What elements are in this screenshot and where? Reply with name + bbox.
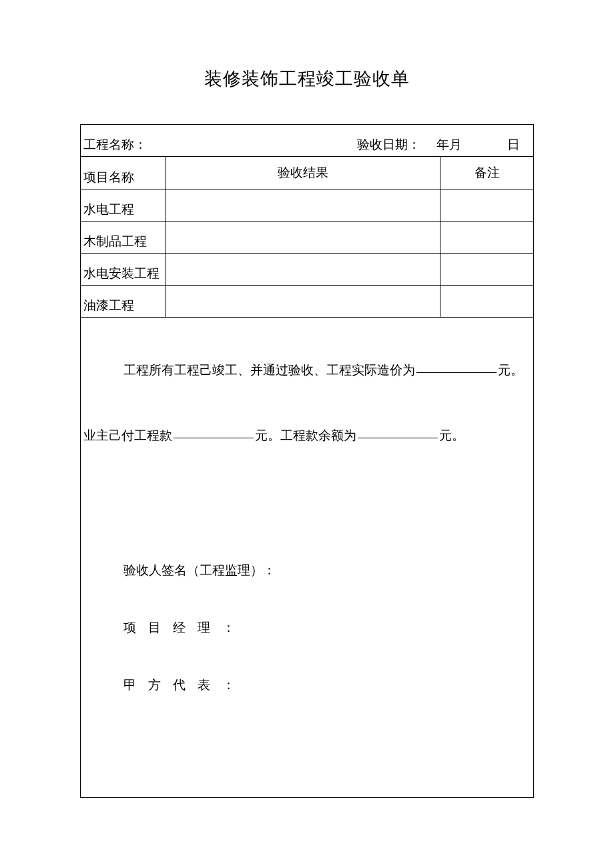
statement-line-1: 工程所有工程己竣工、并通过验收、工程实际造价为元。 <box>83 318 531 383</box>
item-remark-cell[interactable] <box>440 253 534 285</box>
hdr-result: 验收结果 <box>166 157 440 189</box>
items-table: 项目名称 验收结果 备注 水电工程 木制品工程 水电安装工程 油漆工程 <box>80 157 534 798</box>
item-result-cell[interactable] <box>166 189 440 221</box>
sig-owner-colon: ： <box>222 678 235 692</box>
stmt1-prefix: 工程所有工程己竣工、并通过验收、工程实际造价为 <box>123 363 415 377</box>
sig-manager: 项目经理： <box>123 619 531 636</box>
year-month-text: 年月 <box>436 137 462 151</box>
blank-actual-cost[interactable] <box>416 372 497 373</box>
items-header-row: 项目名称 验收结果 备注 <box>81 157 534 189</box>
statement-line-2: 业主己付工程款元。工程款余额为元。 <box>83 383 531 448</box>
hdr-item-name: 项目名称 <box>81 157 166 189</box>
project-name-label: 工程名称： <box>83 137 147 151</box>
cell-day: 日 <box>494 125 534 157</box>
item-remark-cell[interactable] <box>440 221 534 253</box>
row-project-date: 工程名称： 验收日期： 年月 日 <box>81 125 534 157</box>
item-name-cell: 水电安装工程 <box>81 253 166 285</box>
accept-date-label: 验收日期： <box>357 137 420 151</box>
item-remark-cell[interactable] <box>440 189 534 221</box>
statement-cell: 工程所有工程己竣工、并通过验收、工程实际造价为元。 业主己付工程款元。工程款余额… <box>81 317 534 797</box>
item-result-cell[interactable] <box>166 221 440 253</box>
cell-accept-date-label: 验收日期： <box>268 125 434 157</box>
stmt2-mid: 元。工程款余额为 <box>255 428 356 442</box>
sig-owner: 甲方代表： <box>123 677 531 694</box>
item-name-cell: 水电工程 <box>81 189 166 221</box>
stmt2-prefix: 业主己付工程款 <box>83 428 172 442</box>
table-row: 木制品工程 <box>81 221 534 253</box>
sig-inspector-label: 验收人签名（工程监理）： <box>123 563 276 577</box>
cell-project-name-label: 工程名称： <box>81 125 268 157</box>
blank-balance-amount[interactable] <box>358 438 438 438</box>
hdr-remark: 备注 <box>440 157 534 189</box>
sig-manager-label: 项目经理 <box>123 620 222 634</box>
blank-paid-amount[interactable] <box>174 438 254 438</box>
sig-manager-colon: ： <box>222 620 235 634</box>
item-remark-cell[interactable] <box>440 285 534 317</box>
table-row: 水电安装工程 <box>81 253 534 285</box>
item-result-cell[interactable] <box>166 285 440 317</box>
sig-inspector: 验收人签名（工程监理）： <box>123 562 531 579</box>
statement-row: 工程所有工程己竣工、并通过验收、工程实际造价为元。 业主己付工程款元。工程款余额… <box>81 317 534 797</box>
day-text: 日 <box>507 137 520 151</box>
table-row: 油漆工程 <box>81 285 534 317</box>
signature-block: 验收人签名（工程监理）： 项目经理： 甲方代表： <box>83 448 531 694</box>
item-result-cell[interactable] <box>166 253 440 285</box>
acceptance-form: 工程名称： 验收日期： 年月 日 <box>80 124 534 157</box>
item-name-cell: 油漆工程 <box>81 285 166 317</box>
table-row: 水电工程 <box>81 189 534 221</box>
stmt2-suffix: 元。 <box>439 428 465 442</box>
stmt1-suffix: 元。 <box>498 363 523 377</box>
item-name-cell: 木制品工程 <box>81 221 166 253</box>
cell-year-month: 年月 <box>434 125 494 157</box>
sig-owner-label: 甲方代表 <box>123 678 222 692</box>
document-title: 装修装饰工程竣工验收单 <box>80 67 534 91</box>
